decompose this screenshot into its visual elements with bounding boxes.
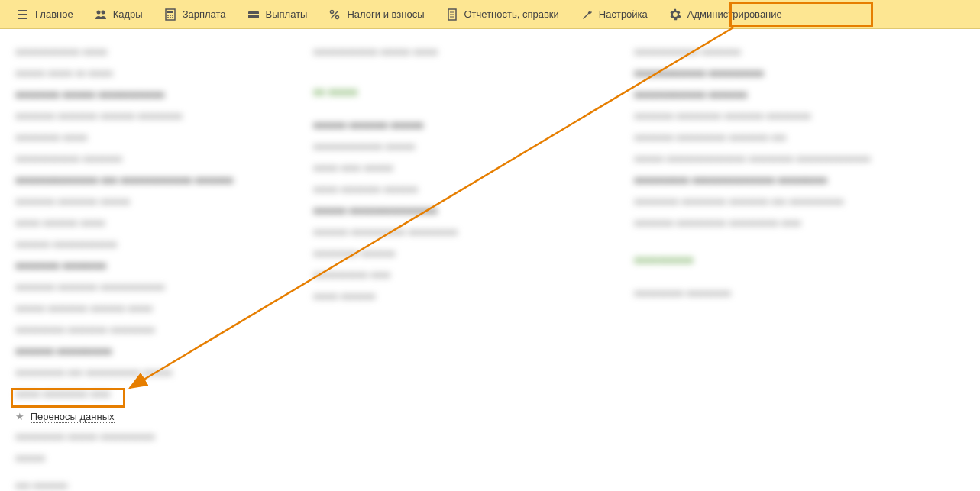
toolbar-reports-label: Отчетность, справки (464, 8, 559, 20)
svg-point-13 (336, 15, 339, 18)
toolbar-admin[interactable]: Администрирование (658, 4, 793, 25)
blur-text: xxxxxxxx xxxxxxxx (15, 258, 252, 273)
toolbar-taxes-label: Налоги и взносы (347, 8, 424, 20)
svg-point-8 (170, 17, 171, 18)
toolbar-payroll[interactable]: Зарплата (154, 4, 237, 25)
toolbar-payments[interactable]: Выплаты (237, 4, 319, 25)
blur-text: xxxxxxxxxx xxxxxxxxx (634, 286, 962, 301)
toolbar-reports[interactable]: Отчетность, справки (435, 4, 570, 25)
svg-point-1 (101, 10, 105, 14)
percent-icon (328, 8, 341, 21)
svg-point-5 (170, 15, 171, 16)
svg-line-14 (331, 11, 338, 18)
people-icon (95, 8, 107, 21)
document-icon (446, 8, 458, 21)
content-panel: xxxxxxxxxxxxx xxxxx xxxxxx xxxxx xx xxxx… (0, 29, 980, 491)
blur-text: xxxxxxxxxx xxxxxx xxxxxxxxxxx (15, 429, 252, 444)
blur-text: xxx xxxxxxx (15, 478, 252, 491)
blur-section-header: xxxxxxxxxx (634, 252, 962, 267)
blur-text: xxxxxx xxxxxxxx xxxxxxx xxxxx (15, 301, 252, 316)
blur-text: xxxxxxxxxx xxxxxxxxxxxxxxx xxxxxxxxx (634, 173, 962, 188)
main-toolbar: Главное Кадры Зарплата Выплаты Налоги и … (0, 0, 980, 29)
toolbar-main-label: Главное (35, 8, 73, 20)
data-transfer-row: ★ Переносы данных (15, 408, 252, 423)
blur-text: xxxxx xxxxxxxx xxxxxxx (313, 182, 542, 197)
blur-text: xxxxxxxxx xxxxxxxxx xxxxxxxx xxx xxxxxxx… (634, 194, 962, 209)
toolbar-settings-label: Настройка (599, 8, 648, 20)
column-3: xxxxxxxxxxxxx xxxxxxxx xxxxxxxxxxxxx xxx… (634, 44, 962, 491)
blur-text: xxxxxxxxxxx xxxx (313, 267, 542, 283)
svg-point-0 (96, 10, 100, 14)
toolbar-hr[interactable]: Кадры (84, 4, 154, 25)
blur-text: xxxxx xxxxxxx (313, 289, 542, 304)
wrench-icon (581, 8, 593, 21)
blur-text: xxxxxxxxxx xxxxxxxx xxxxxxxxx (15, 322, 252, 338)
blur-text: xxxxxxxxxxxxx xxxxxxxxxx (634, 66, 962, 81)
blur-text: xxxxxxxxxx xxx xxxxxxxxxxx xxxxxx (15, 365, 252, 380)
blur-text: xxxxxxx xxxxxxxxxxx xxxxxxxxxx (313, 225, 542, 240)
menu-icon (17, 8, 29, 21)
blur-text: xxxxxxxxxxxxxxx xxx xxxxxxxxxxxxx xxxxxx… (15, 173, 252, 188)
blur-text: xxxxxx (15, 451, 252, 466)
blur-text: xxxxxxxxxxxxx xxxxx (15, 44, 252, 60)
toolbar-payroll-label: Зарплата (183, 8, 226, 20)
blur-text: xxxxxxxxx xxxxxxx (313, 246, 542, 261)
blur-text: xxxxxxxxxxxxxx xxxxxx (313, 139, 542, 154)
blur-text: xxxxxxxx xxxxxxxxxx xxxxxxxx xxx (634, 130, 962, 145)
blur-text: xxxxxxxx xxxxxxxxx xxxxxxxx xxxxxxxxx (634, 108, 962, 124)
blur-section-header: xx xxxxx (313, 84, 542, 99)
blur-text: xxxxx xxxx xxxxxx (313, 160, 542, 176)
svg-rect-3 (167, 11, 173, 13)
column-2: xxxxxxxxxxxxx xxxxxx xxxxx xx xxxxx xxxx… (313, 44, 542, 491)
blur-text: xxxxxxxx xxxxxx xxxxxxxxxxxx (15, 87, 252, 102)
blur-text: xxxxxx xxxxxxxxxxxxxxxx (313, 203, 542, 218)
blur-text: xxxxxxxx xxxxxxxx xxxxxx (15, 194, 252, 209)
data-transfer-link[interactable]: Переносы данных (31, 411, 115, 423)
blur-text: xxxxxxxxxxxxx xxxxxxx (634, 87, 962, 102)
toolbar-admin-label: Администрирование (687, 8, 782, 20)
blur-text: xxxxxxxxxxxxx xxxxxxxx (634, 44, 962, 60)
calculator-icon (164, 8, 176, 21)
wallet-icon (247, 8, 260, 21)
toolbar-payments-label: Выплаты (266, 8, 308, 20)
toolbar-main[interactable]: Главное (6, 4, 84, 25)
blur-text: xxxxxxx xxxxxxxxxxxxx (15, 237, 252, 252)
svg-rect-11 (248, 14, 259, 15)
column-1: xxxxxxxxxxxxx xxxxx xxxxxx xxxxx xx xxxx… (15, 44, 252, 491)
blur-text: xxxxxx xxxxxxx xxxxxx (313, 118, 542, 133)
blur-text: xxxxxxxx xxxxxxxxxx xxxxxxxxxx xxxx (634, 215, 962, 231)
blur-text: xxxxxxx xxxxxxxxxx (15, 344, 252, 359)
svg-point-6 (172, 15, 173, 16)
blur-text: xxxxxx xxxxxxxxxxxxxxxx xxxxxxxxx xxxxxx… (634, 151, 962, 166)
star-icon: ★ (15, 411, 24, 422)
toolbar-hr-label: Кадры (113, 8, 143, 20)
blur-text: xxxxx xxxxxxxxx xxxx (15, 386, 252, 402)
svg-point-7 (167, 17, 169, 18)
blur-text: xxxxxxxxxxxxx xxxxxxxx (15, 151, 252, 166)
blur-text: xxxxxxxxxxxxx xxxxxx xxxxx (313, 44, 542, 60)
svg-point-12 (331, 10, 334, 13)
svg-point-4 (167, 15, 169, 16)
blur-text: xxxxxx xxxxx xx xxxxx (15, 66, 252, 81)
gear-icon (669, 8, 681, 21)
blur-text: xxxxx xxxxxxx xxxxx (15, 215, 252, 231)
blur-text: xxxxxxxxx xxxxx (15, 130, 252, 145)
blur-text: xxxxxxxx xxxxxxxx xxxxxxx xxxxxxxxx (15, 108, 252, 124)
blur-text: xxxxxxxx xxxxxxxx xxxxxxxxxxxxx (15, 279, 252, 295)
toolbar-taxes[interactable]: Налоги и взносы (318, 4, 435, 25)
toolbar-settings[interactable]: Настройка (570, 4, 658, 25)
svg-point-9 (172, 17, 173, 18)
